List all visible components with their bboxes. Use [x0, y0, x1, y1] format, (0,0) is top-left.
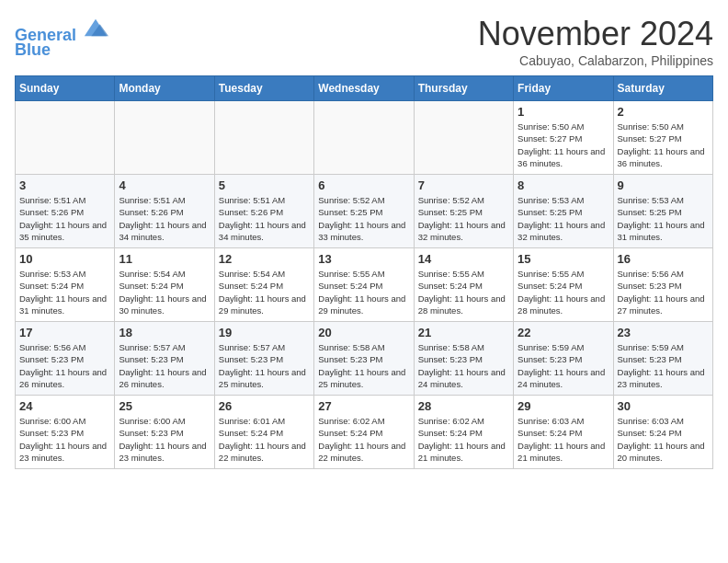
calendar-cell: 22Sunrise: 5:59 AM Sunset: 5:23 PM Dayli…	[514, 322, 613, 396]
day-info: Sunrise: 5:55 AM Sunset: 5:24 PM Dayligh…	[418, 268, 509, 316]
calendar-cell: 1Sunrise: 5:50 AM Sunset: 5:27 PM Daylig…	[514, 101, 613, 175]
day-info: Sunrise: 5:54 AM Sunset: 5:24 PM Dayligh…	[219, 268, 310, 316]
calendar-cell: 12Sunrise: 5:54 AM Sunset: 5:24 PM Dayli…	[214, 248, 313, 322]
day-number: 10	[19, 252, 110, 266]
day-info: Sunrise: 6:00 AM Sunset: 5:23 PM Dayligh…	[19, 415, 110, 464]
calendar-cell: 3Sunrise: 5:51 AM Sunset: 5:26 PM Daylig…	[16, 175, 115, 248]
page-header: General Blue November 2024 Cabuyao, Cala…	[15, 15, 713, 68]
calendar-cell: 8Sunrise: 5:53 AM Sunset: 5:25 PM Daylig…	[514, 175, 613, 248]
day-number: 25	[119, 399, 210, 413]
day-number: 27	[318, 399, 409, 413]
day-number: 23	[618, 326, 709, 339]
calendar-cell: 5Sunrise: 5:51 AM Sunset: 5:26 PM Daylig…	[214, 175, 313, 248]
day-number: 12	[219, 252, 310, 266]
calendar-cell	[115, 101, 214, 175]
day-info: Sunrise: 5:51 AM Sunset: 5:26 PM Dayligh…	[19, 194, 110, 243]
calendar-cell: 25Sunrise: 6:00 AM Sunset: 5:23 PM Dayli…	[115, 396, 214, 469]
day-info: Sunrise: 5:56 AM Sunset: 5:23 PM Dayligh…	[19, 341, 110, 390]
calendar-cell: 13Sunrise: 5:55 AM Sunset: 5:24 PM Dayli…	[314, 248, 414, 322]
weekday-header-thursday: Thursday	[414, 76, 513, 101]
day-info: Sunrise: 6:03 AM Sunset: 5:24 PM Dayligh…	[518, 415, 609, 464]
logo-icon	[83, 15, 108, 40]
calendar-cell	[16, 101, 115, 175]
day-number: 11	[119, 252, 210, 266]
day-info: Sunrise: 6:00 AM Sunset: 5:23 PM Dayligh…	[119, 415, 210, 464]
calendar-cell	[414, 101, 513, 175]
day-info: Sunrise: 5:51 AM Sunset: 5:26 PM Dayligh…	[119, 194, 210, 243]
logo: General Blue	[15, 15, 108, 60]
day-info: Sunrise: 5:54 AM Sunset: 5:24 PM Dayligh…	[119, 268, 210, 316]
day-number: 7	[418, 178, 509, 192]
calendar-cell: 18Sunrise: 5:57 AM Sunset: 5:23 PM Dayli…	[115, 322, 214, 396]
day-number: 21	[418, 326, 509, 339]
day-number: 3	[19, 178, 110, 192]
day-number: 24	[19, 399, 110, 413]
day-info: Sunrise: 5:55 AM Sunset: 5:24 PM Dayligh…	[318, 268, 409, 316]
calendar-cell: 23Sunrise: 5:59 AM Sunset: 5:23 PM Dayli…	[613, 322, 712, 396]
weekday-header-monday: Monday	[115, 76, 214, 101]
title-area: November 2024 Cabuyao, Calabarzon, Phili…	[478, 15, 713, 68]
day-number: 30	[618, 399, 709, 413]
calendar-cell: 21Sunrise: 5:58 AM Sunset: 5:23 PM Dayli…	[414, 322, 513, 396]
day-number: 13	[318, 252, 409, 266]
day-info: Sunrise: 5:59 AM Sunset: 5:23 PM Dayligh…	[618, 341, 709, 390]
day-info: Sunrise: 6:03 AM Sunset: 5:24 PM Dayligh…	[618, 415, 709, 464]
calendar-cell: 29Sunrise: 6:03 AM Sunset: 5:24 PM Dayli…	[514, 396, 613, 469]
week-row-5: 24Sunrise: 6:00 AM Sunset: 5:23 PM Dayli…	[16, 396, 713, 469]
day-number: 2	[618, 105, 709, 119]
day-number: 20	[318, 326, 409, 339]
day-info: Sunrise: 5:57 AM Sunset: 5:23 PM Dayligh…	[119, 341, 210, 390]
day-number: 22	[518, 326, 609, 339]
day-number: 18	[119, 326, 210, 339]
day-number: 26	[219, 399, 310, 413]
day-info: Sunrise: 5:50 AM Sunset: 5:27 PM Dayligh…	[618, 121, 709, 169]
calendar-table: SundayMondayTuesdayWednesdayThursdayFrid…	[15, 75, 713, 469]
day-info: Sunrise: 6:02 AM Sunset: 5:24 PM Dayligh…	[418, 415, 509, 464]
day-number: 6	[318, 178, 409, 192]
day-number: 4	[119, 178, 210, 192]
day-number: 5	[219, 178, 310, 192]
calendar-cell: 17Sunrise: 5:56 AM Sunset: 5:23 PM Dayli…	[16, 322, 115, 396]
calendar-cell: 10Sunrise: 5:53 AM Sunset: 5:24 PM Dayli…	[16, 248, 115, 322]
calendar-cell: 15Sunrise: 5:55 AM Sunset: 5:24 PM Dayli…	[514, 248, 613, 322]
calendar-cell: 4Sunrise: 5:51 AM Sunset: 5:26 PM Daylig…	[115, 175, 214, 248]
day-number: 15	[518, 252, 609, 266]
month-title: November 2024	[478, 15, 713, 53]
weekday-header-tuesday: Tuesday	[214, 76, 313, 101]
day-number: 8	[518, 178, 609, 192]
day-number: 28	[418, 399, 509, 413]
location-subtitle: Cabuyao, Calabarzon, Philippines	[478, 53, 713, 68]
calendar-cell: 30Sunrise: 6:03 AM Sunset: 5:24 PM Dayli…	[613, 396, 712, 469]
calendar-cell: 19Sunrise: 5:57 AM Sunset: 5:23 PM Dayli…	[214, 322, 313, 396]
calendar-cell: 27Sunrise: 6:02 AM Sunset: 5:24 PM Dayli…	[314, 396, 414, 469]
day-number: 29	[518, 399, 609, 413]
calendar-cell: 11Sunrise: 5:54 AM Sunset: 5:24 PM Dayli…	[115, 248, 214, 322]
day-number: 19	[219, 326, 310, 339]
weekday-header-row: SundayMondayTuesdayWednesdayThursdayFrid…	[16, 76, 713, 101]
calendar-cell: 2Sunrise: 5:50 AM Sunset: 5:27 PM Daylig…	[613, 101, 712, 175]
weekday-header-sunday: Sunday	[16, 76, 115, 101]
calendar-cell: 24Sunrise: 6:00 AM Sunset: 5:23 PM Dayli…	[16, 396, 115, 469]
calendar-cell: 16Sunrise: 5:56 AM Sunset: 5:23 PM Dayli…	[613, 248, 712, 322]
day-info: Sunrise: 5:53 AM Sunset: 5:24 PM Dayligh…	[19, 268, 110, 316]
weekday-header-saturday: Saturday	[613, 76, 712, 101]
day-info: Sunrise: 5:52 AM Sunset: 5:25 PM Dayligh…	[318, 194, 409, 243]
day-number: 14	[418, 252, 509, 266]
calendar-cell: 26Sunrise: 6:01 AM Sunset: 5:24 PM Dayli…	[214, 396, 313, 469]
day-info: Sunrise: 5:50 AM Sunset: 5:27 PM Dayligh…	[518, 121, 609, 169]
calendar-cell: 7Sunrise: 5:52 AM Sunset: 5:25 PM Daylig…	[414, 175, 513, 248]
day-number: 16	[618, 252, 709, 266]
day-info: Sunrise: 5:56 AM Sunset: 5:23 PM Dayligh…	[618, 268, 709, 316]
day-number: 9	[618, 178, 709, 192]
day-info: Sunrise: 6:01 AM Sunset: 5:24 PM Dayligh…	[219, 415, 310, 464]
calendar-cell	[214, 101, 313, 175]
calendar-cell: 20Sunrise: 5:58 AM Sunset: 5:23 PM Dayli…	[314, 322, 414, 396]
weekday-header-friday: Friday	[514, 76, 613, 101]
day-number: 17	[19, 326, 110, 339]
day-info: Sunrise: 5:58 AM Sunset: 5:23 PM Dayligh…	[418, 341, 509, 390]
calendar-cell: 28Sunrise: 6:02 AM Sunset: 5:24 PM Dayli…	[414, 396, 513, 469]
weekday-header-wednesday: Wednesday	[314, 76, 414, 101]
week-row-4: 17Sunrise: 5:56 AM Sunset: 5:23 PM Dayli…	[16, 322, 713, 396]
day-info: Sunrise: 5:55 AM Sunset: 5:24 PM Dayligh…	[518, 268, 609, 316]
week-row-2: 3Sunrise: 5:51 AM Sunset: 5:26 PM Daylig…	[16, 175, 713, 248]
